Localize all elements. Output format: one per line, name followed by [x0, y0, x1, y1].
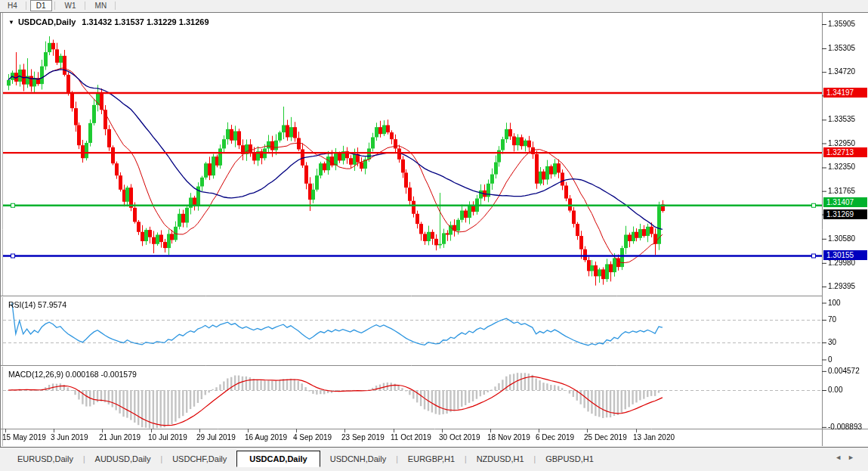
date-tick: 16 Aug 2019	[245, 433, 287, 442]
timeframe-button-d1[interactable]: D1	[30, 0, 52, 11]
price-tick: 1.29395	[828, 282, 855, 290]
timeframe-button-w1[interactable]: W1	[59, 0, 82, 11]
toolbar-separator	[54, 2, 55, 10]
tab-scroll-left-icon[interactable]: ◄	[835, 454, 848, 461]
price-tick: 1.35305	[828, 44, 855, 52]
price-tick: 1.34720	[828, 67, 855, 76]
chart-canvas[interactable]	[1, 13, 868, 448]
chart-title: ▼USDCAD,Daily1.31432 1.31537 1.31229 1.3…	[8, 17, 209, 26]
level-price-tag: 1.32713	[823, 147, 867, 157]
current-price-tag: 1.31269	[823, 209, 867, 219]
level-price-tag: 1.31407	[823, 197, 867, 207]
rsi-axis-label: 100	[828, 299, 841, 307]
rsi-axis-label: 70	[828, 315, 836, 324]
terminal-window: H4D1W1MN ▼USDCAD,Daily1.31432 1.31537 1.…	[0, 0, 868, 471]
rsi-indicator-label: RSI(14) 57.9574	[8, 300, 66, 309]
tab-eurusd-daily[interactable]: EURUSD,Daily	[8, 451, 83, 466]
tab-audusd-daily[interactable]: AUDUSD,Daily	[85, 451, 161, 466]
date-tick: 25 Dec 2019	[584, 433, 627, 442]
price-tick: 1.35905	[828, 20, 855, 28]
date-tick: 11 Oct 2019	[391, 433, 431, 442]
date-tick: 6 Dec 2019	[536, 433, 574, 442]
date-tick: 3 Jun 2019	[51, 433, 88, 442]
toolbar-separator	[85, 2, 85, 10]
price-tick: 1.31765	[828, 187, 855, 195]
date-tick: 21 Jun 2019	[99, 433, 141, 442]
date-tick: 15 May 2019	[2, 433, 46, 442]
tab-gbpusd-h1[interactable]: GBPUSD,H1	[536, 451, 604, 466]
tab-nzdusd-h1[interactable]: NZDUSD,H1	[467, 451, 534, 466]
macd-indicator-label: MACD(12,26,9) 0.000168 -0.001579	[8, 370, 137, 379]
chart-window: ▼USDCAD,Daily1.31432 1.31537 1.31229 1.3…	[0, 12, 868, 447]
macd-axis-label: -0.008893	[828, 423, 862, 431]
macd-axis-label: 0.00	[828, 386, 842, 394]
date-tick: 29 Jul 2019	[196, 433, 236, 442]
level-price-tag: 1.30155	[823, 250, 867, 260]
tab-usdcnh-daily[interactable]: USDCNH,Daily	[320, 451, 397, 466]
date-tick: 18 Nov 2019	[487, 433, 530, 442]
symbol-tabs: EURUSD,Daily|AUDUSD,Daily|USDCHF,DailyUS…	[8, 450, 604, 468]
rsi-axis-label: 30	[828, 338, 836, 346]
toolbar-separator	[115, 2, 116, 10]
macd-axis-label: 0.004572	[828, 367, 860, 375]
tab-usdchf-daily[interactable]: USDCHF,Daily	[162, 451, 236, 466]
price-tick: 1.32350	[828, 163, 855, 171]
chart-collapse-icon[interactable]: ▼	[8, 19, 14, 26]
price-tick: 1.32950	[828, 139, 855, 147]
price-tick: 1.33535	[828, 115, 855, 123]
date-tick: 10 Jul 2019	[148, 433, 187, 442]
date-tick: 4 Sep 2019	[293, 433, 332, 442]
price-tick: 1.30580	[828, 234, 855, 243]
symbol-tab-bar: EURUSD,Daily|AUDUSD,Daily|USDCHF,DailyUS…	[0, 447, 868, 471]
timeframe-button-h4[interactable]: H4	[2, 0, 23, 11]
tab-scroll-right-icon[interactable]: ►	[848, 454, 860, 461]
symbol-timeframe-label: USDCAD,Daily	[18, 17, 76, 26]
level-price-tag: 1.34197	[823, 88, 867, 98]
timeframe-button-mn[interactable]: MN	[89, 0, 113, 11]
date-tick: 23 Sep 2019	[341, 433, 385, 442]
tab-scroll-controls: ◄►	[835, 454, 860, 461]
ohlc-values: 1.31432 1.31537 1.31229 1.31269	[82, 17, 209, 26]
timeframe-toolbar: H4D1W1MN	[0, 0, 868, 11]
tab-eurgbp-h1[interactable]: EURGBP,H1	[398, 451, 465, 466]
tab-usdcad-daily[interactable]: USDCAD,Daily	[236, 451, 320, 467]
date-tick: 30 Oct 2019	[439, 433, 480, 442]
toolbar-separator	[26, 2, 26, 10]
date-tick: 13 Jan 2020	[633, 433, 675, 442]
rsi-axis-label: 0	[828, 355, 832, 364]
